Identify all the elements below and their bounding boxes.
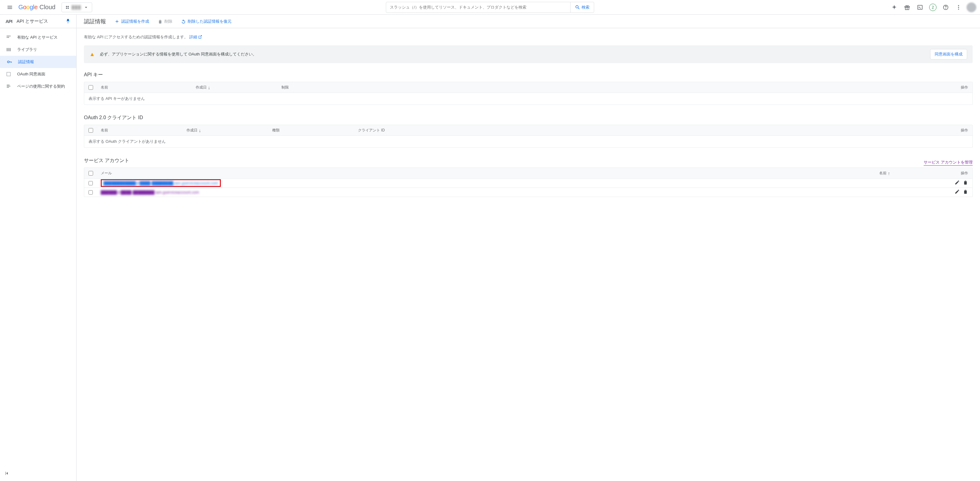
create-credentials-button[interactable]: 認証情報を作成 (115, 19, 149, 24)
nav-oauth-consent[interactable]: OAuth 同意画面 (0, 68, 76, 80)
nav-label: ライブラリ (17, 47, 37, 53)
nav-enabled-apis[interactable]: 有効な API とサービス (0, 31, 76, 43)
select-all-checkbox[interactable] (89, 171, 93, 175)
description-line: 有効な API にアクセスするための認証情報を作成します。 詳細 (84, 34, 973, 40)
row-checkbox[interactable] (89, 190, 93, 194)
service-accounts-title: サービス アカウント (84, 158, 129, 164)
svg-point-11 (958, 5, 959, 6)
nav-page-usage[interactable]: ページの使用に関する契約 (0, 80, 76, 92)
search-input[interactable] (386, 5, 570, 10)
pin-button[interactable] (65, 18, 71, 24)
gift-icon (904, 4, 910, 10)
sparkle-icon (891, 4, 897, 10)
delete-button[interactable]: 削除 (158, 19, 172, 24)
service-accounts-section: サービス アカウント サービス アカウントを管理 メール 名前 ↑ 操作 ███… (84, 158, 973, 197)
cloud-text: Cloud (40, 4, 56, 11)
sidebar: API API とサービス 有効な API とサービス ライブラリ 認証情報 O… (0, 15, 76, 481)
gemini-icon-button[interactable] (888, 1, 900, 13)
th-actions: 操作 (953, 128, 968, 133)
nav-label: OAuth 同意画面 (17, 72, 45, 77)
cloud-shell-button[interactable] (914, 1, 926, 13)
more-vert-icon (956, 4, 962, 10)
search-icon (575, 5, 580, 10)
project-picker[interactable]: ███ (62, 2, 92, 12)
terminal-icon (917, 4, 923, 10)
edit-button[interactable] (955, 180, 960, 186)
sidebar-title: API とサービス (16, 18, 61, 24)
notification-count-badge: 2 (929, 4, 937, 11)
restore-button[interactable]: 削除した認証情報を復元 (181, 19, 232, 24)
table-header: 名前 作成日 ↓ 制限 操作 (84, 82, 972, 92)
th-name[interactable]: 名前 (101, 128, 186, 133)
service-account-email-link[interactable]: ██████@████-████████.iam.gserviceaccount… (101, 190, 199, 194)
menu-icon (7, 4, 13, 10)
collapse-sidebar-button[interactable] (4, 471, 10, 477)
th-actions: 操作 (953, 85, 968, 90)
oauth-table: 名前 作成日 ↓ 種類 クライアント ID 操作 表示する OAuth クライア… (84, 125, 973, 148)
api-keys-title: API キー (84, 72, 973, 78)
account-avatar[interactable] (967, 2, 976, 12)
help-button[interactable] (940, 1, 952, 13)
trash-icon (963, 180, 968, 185)
trash-icon (963, 189, 968, 194)
project-name-redacted: ███ (72, 5, 81, 10)
svg-point-3 (68, 7, 69, 9)
configure-consent-button[interactable]: 同意画面を構成 (930, 49, 967, 59)
alert-text: 必ず、アプリケーションに関する情報を使用して OAuth 同意画面を構成してくだ… (100, 51, 257, 57)
delete-row-button[interactable] (963, 180, 968, 186)
svg-point-18 (8, 37, 9, 38)
th-restrict[interactable]: 制限 (282, 85, 953, 90)
hamburger-menu-button[interactable] (4, 1, 16, 13)
pin-icon (65, 18, 71, 24)
notifications-button[interactable]: 2 (927, 1, 939, 13)
svg-point-2 (66, 7, 67, 9)
th-date[interactable]: 作成日 ↓ (196, 85, 282, 90)
nav-credentials[interactable]: 認証情報 (0, 56, 76, 68)
select-all-checkbox[interactable] (89, 85, 93, 90)
table-row: ██████@████-████████.iam.gserviceaccount… (84, 188, 972, 197)
delete-row-button[interactable] (963, 189, 968, 196)
chevron-down-icon (83, 5, 89, 10)
more-button[interactable] (953, 1, 965, 13)
svg-rect-27 (7, 72, 10, 76)
google-logo-text: Google (18, 4, 38, 11)
select-all-checkbox[interactable] (89, 128, 93, 133)
chevron-left-icon (4, 471, 10, 476)
top-header: Google Cloud ███ 検索 2 (0, 0, 980, 15)
edit-button[interactable] (955, 189, 960, 196)
row-checkbox[interactable] (89, 181, 93, 185)
th-email[interactable]: メール (101, 170, 879, 176)
sort-arrow-up-icon: ↑ (888, 170, 890, 176)
warning-icon: ▲ (89, 51, 95, 57)
api-keys-table: 名前 作成日 ↓ 制限 操作 表示する API キーがありません (84, 82, 973, 105)
manage-service-accounts-link[interactable]: サービス アカウントを管理 (924, 159, 973, 166)
search-button-label: 検索 (582, 5, 590, 10)
th-kind[interactable]: 種類 (272, 128, 358, 133)
sidebar-header: API API とサービス (0, 15, 76, 28)
project-hex-icon (65, 5, 70, 10)
key-icon (6, 59, 13, 65)
th-date[interactable]: 作成日 ↓ (186, 128, 272, 133)
svg-point-1 (68, 6, 69, 7)
nav-label: ページの使用に関する契約 (17, 84, 65, 89)
agreement-icon (5, 83, 12, 89)
details-link[interactable]: 詳細 (189, 35, 202, 39)
svg-rect-7 (918, 5, 923, 9)
pencil-icon (955, 189, 960, 194)
svg-point-15 (8, 35, 9, 37)
google-cloud-logo[interactable]: Google Cloud (18, 4, 56, 11)
svg-point-23 (7, 61, 9, 63)
th-saname[interactable]: 名前 ↑ (879, 170, 953, 176)
search-button[interactable]: 検索 (570, 2, 594, 13)
create-label: 認証情報を作成 (121, 19, 149, 24)
restore-label: 削除した認証情報を復元 (188, 19, 232, 24)
sort-arrow-down-icon: ↓ (208, 85, 210, 90)
nav-library[interactable]: ライブラリ (0, 43, 76, 56)
service-account-email-link[interactable]: ████████████@████-████████.iam.gservicea… (103, 181, 218, 185)
free-trial-button[interactable] (901, 1, 913, 13)
dashboard-icon (5, 34, 12, 40)
th-clientid[interactable]: クライアント ID (358, 128, 953, 133)
th-name[interactable]: 名前 (101, 85, 196, 90)
oauth-section: OAuth 2.0 クライアント ID 名前 作成日 ↓ 種類 クライアント I… (84, 115, 973, 148)
consent-icon (5, 71, 12, 77)
